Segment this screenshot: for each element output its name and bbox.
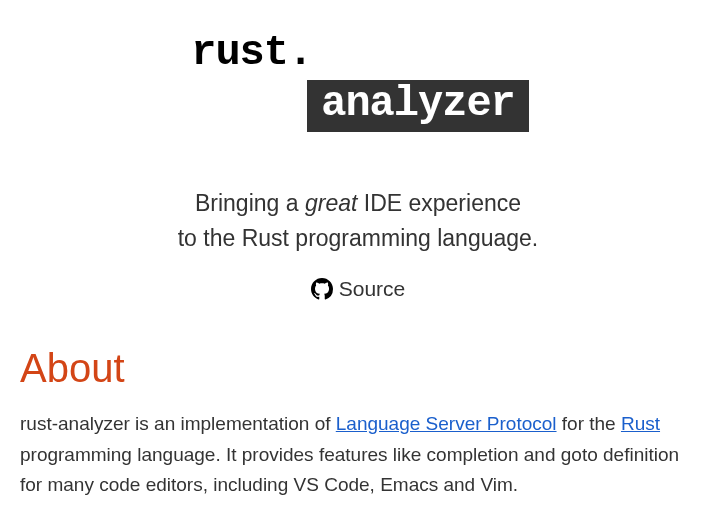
- logo-bottom-text: analyzer: [307, 80, 529, 132]
- tagline-emphasis: great: [305, 190, 357, 216]
- github-icon: [311, 278, 333, 300]
- about-text-post: programming language. It provides featur…: [20, 444, 679, 495]
- hero-section: rust. analyzer Bringing a great IDE expe…: [20, 0, 696, 304]
- tagline-line-2: to the Rust programming language.: [20, 221, 696, 256]
- about-heading: About: [20, 346, 696, 391]
- tagline: Bringing a great IDE experience to the R…: [20, 186, 696, 255]
- tagline-post: IDE experience: [357, 190, 521, 216]
- source-link[interactable]: Source: [311, 277, 406, 301]
- logo: rust. analyzer: [187, 32, 529, 132]
- lsp-link[interactable]: Language Server Protocol: [336, 413, 557, 434]
- about-text-pre: rust-analyzer is an implementation of: [20, 413, 336, 434]
- logo-top-text: rust.: [187, 32, 529, 74]
- rust-link[interactable]: Rust: [621, 413, 660, 434]
- about-text-mid: for the: [557, 413, 621, 434]
- about-paragraph: rust-analyzer is an implementation of La…: [20, 409, 696, 500]
- tagline-pre: Bringing a: [195, 190, 305, 216]
- tagline-line-1: Bringing a great IDE experience: [20, 186, 696, 221]
- source-label: Source: [339, 277, 406, 301]
